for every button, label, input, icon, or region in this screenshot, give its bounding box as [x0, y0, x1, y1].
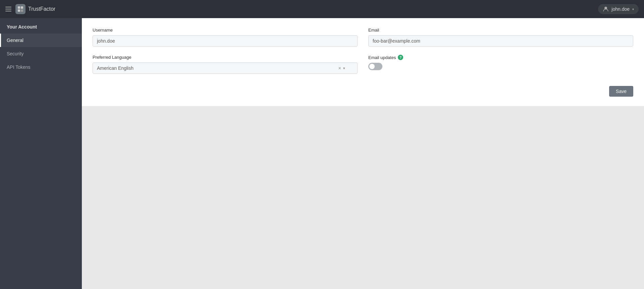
language-select-value: American English	[97, 65, 338, 71]
username-label: Username	[93, 28, 358, 33]
sidebar-item-label-api-tokens: API Tokens	[7, 64, 31, 70]
brand: TrustFactor	[15, 4, 55, 14]
brand-logo	[15, 4, 25, 14]
sidebar: Your Account General Security API Tokens	[0, 18, 82, 289]
main-layout: Your Account General Security API Tokens…	[0, 18, 644, 289]
email-updates-field: Email updates ?	[368, 55, 633, 74]
preferred-language-field: Preferred Language American English × ▾	[93, 55, 358, 74]
language-emailupdates-row: Preferred Language American English × ▾	[93, 55, 633, 74]
form-footer: Save	[93, 82, 633, 97]
language-select[interactable]: American English × ▾	[93, 62, 358, 74]
select-dropdown-icon: ▾	[343, 66, 345, 70]
account-settings-form: Username Email Preferred Language Americ…	[82, 18, 644, 106]
user-menu-button[interactable]: john.doe ▾	[598, 4, 639, 14]
topbar: TrustFactor john.doe ▾	[0, 0, 644, 18]
email-updates-info-icon[interactable]: ?	[398, 55, 403, 60]
save-button[interactable]: Save	[609, 86, 633, 97]
brand-name: TrustFactor	[28, 6, 55, 12]
email-field: Email	[368, 28, 633, 47]
user-menu-chevron-icon: ▾	[632, 7, 634, 11]
username-field: Username	[93, 28, 358, 47]
email-updates-toggle-wrapper	[368, 63, 633, 70]
user-avatar-icon	[603, 6, 609, 12]
svg-rect-0	[18, 6, 20, 9]
topbar-left: TrustFactor	[5, 4, 55, 14]
email-updates-toggle[interactable]	[368, 63, 382, 70]
select-controls: × ▾	[338, 65, 345, 71]
email-updates-label: Email updates	[368, 55, 396, 60]
sidebar-item-label-general: General	[7, 38, 23, 43]
svg-rect-3	[21, 9, 23, 12]
topbar-right: john.doe ▾	[598, 4, 639, 14]
sidebar-section-title: Your Account	[0, 18, 82, 34]
preferred-language-label: Preferred Language	[93, 55, 358, 60]
username-input[interactable]	[93, 35, 358, 47]
email-input[interactable]	[368, 35, 633, 47]
hamburger-menu-button[interactable]	[5, 7, 11, 11]
svg-rect-1	[21, 6, 23, 9]
sidebar-item-api-tokens[interactable]: API Tokens	[0, 60, 82, 74]
username-email-row: Username Email	[93, 28, 633, 47]
email-label: Email	[368, 28, 633, 33]
content-area: Username Email Preferred Language Americ…	[82, 18, 644, 289]
email-updates-label-row: Email updates ?	[368, 55, 633, 60]
sidebar-item-security[interactable]: Security	[0, 47, 82, 60]
language-select-wrapper: American English × ▾	[93, 62, 358, 74]
sidebar-item-label-security: Security	[7, 51, 24, 56]
user-name-label: john.doe	[611, 6, 630, 12]
toggle-slider	[368, 63, 382, 70]
select-clear-button[interactable]: ×	[338, 65, 341, 71]
sidebar-item-general[interactable]: General	[0, 34, 82, 47]
svg-rect-2	[18, 9, 20, 12]
